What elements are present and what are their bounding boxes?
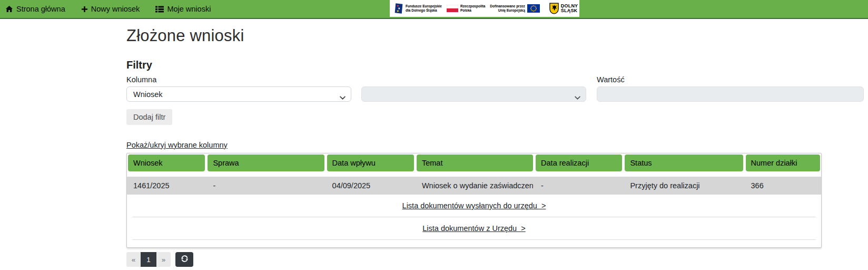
refresh-icon <box>181 255 189 264</box>
pagination-next-button[interactable]: » <box>156 252 171 267</box>
top-navbar: Strona główna Nowy wniosek Moje wnioski <box>0 0 868 19</box>
eu-logo-text: Dofinansowane przez <box>490 4 525 8</box>
filter-row: Kolumna Wniosek Wartość <box>126 75 864 102</box>
cell-wniosek: 1461/2025 <box>128 181 205 190</box>
pagination-prev-button[interactable]: « <box>126 252 141 267</box>
cell-data-realizacji: - <box>536 181 622 190</box>
nav-item-my-applications[interactable]: Moje wnioski <box>155 5 211 13</box>
home-icon <box>5 5 13 13</box>
value-input <box>597 86 864 102</box>
filters-heading: Filtry <box>126 59 868 71</box>
table-row[interactable]: 1461/2025 - 04/09/2025 Wniosek o wydanie… <box>127 177 821 195</box>
cell-status: Przyjęty do realizacji <box>625 181 743 190</box>
cell-data-wplywu: 04/09/2025 <box>327 181 414 190</box>
logo-fundusze-europejskie: Fundusze Europejskie dla Dolnego Śląska <box>394 2 442 15</box>
column-header-numer-dzialki[interactable]: Numer działki <box>746 155 820 171</box>
value-label: Wartość <box>597 75 864 84</box>
chevron-down-icon <box>340 93 346 101</box>
plus-icon <box>81 6 88 13</box>
dolny-slask-eagle-icon <box>549 3 559 14</box>
column-header-data-realizacji[interactable]: Data realizacji <box>536 155 622 171</box>
column-select[interactable]: Wniosek <box>126 86 351 102</box>
logo-dolny-slask: DOLNY ŚLĄSK <box>549 3 578 14</box>
column-select-value: Wniosek <box>133 90 163 99</box>
logo-rzeczpospolita-polska: Rzeczpospolita Polska <box>447 4 485 13</box>
row-divider <box>132 239 816 240</box>
applications-table: Wniosek Sprawa Data wpływu Temat Data re… <box>126 153 822 248</box>
column-header-wniosek[interactable]: Wniosek <box>128 155 205 171</box>
refresh-button[interactable] <box>175 252 193 267</box>
nav-item-home[interactable]: Strona główna <box>5 5 65 13</box>
column-header-temat[interactable]: Temat <box>417 155 533 171</box>
table-header-row: Wniosek Sprawa Data wpływu Temat Data re… <box>127 153 821 172</box>
cell-temat: Wniosek o wydanie zaświadczenia o ... <box>417 181 533 190</box>
fe-flag-icon <box>394 2 403 15</box>
toggle-columns-link[interactable]: Pokaż/ukryj wybrane kolumny <box>126 141 228 149</box>
page-title: Złożone wnioski <box>126 26 868 45</box>
office-documents-link[interactable]: Lista dokumentów z Urzędu > <box>422 224 525 233</box>
operator-select-disabled <box>361 86 586 102</box>
sent-documents-link[interactable]: Lista dokumentów wysłanych do urzędu > <box>402 201 546 210</box>
main-content: Złożone wnioski Filtry Kolumna Wniosek W… <box>0 26 868 267</box>
nav-item-label: Nowy wniosek <box>91 5 140 13</box>
funding-logos-banner: Fundusze Europejskie dla Dolnego Śląska … <box>390 0 579 17</box>
list-icon <box>155 6 164 13</box>
nav-item-new-application[interactable]: Nowy wniosek <box>81 5 140 13</box>
add-filter-button[interactable]: Dodaj filtr <box>126 109 172 125</box>
column-label: Kolumna <box>126 75 351 84</box>
cell-numer-dzialki: 366 <box>746 181 820 190</box>
pl-logo-text: Rzeczpospolita <box>460 4 485 8</box>
fe-logo-text: Fundusze Europejskie <box>406 4 442 8</box>
pagination-page-1-button[interactable]: 1 <box>141 252 156 267</box>
chevron-down-icon <box>575 93 580 101</box>
eu-flag-icon <box>527 4 540 13</box>
logo-unia-europejska: Dofinansowane przez Unię Europejską <box>490 4 539 13</box>
cell-sprawa: - <box>208 181 324 190</box>
column-header-sprawa[interactable]: Sprawa <box>208 155 324 171</box>
nav-item-label: Moje wnioski <box>167 5 211 13</box>
column-header-data-wplywu[interactable]: Data wpływu <box>327 155 414 171</box>
pagination: « 1 » <box>126 252 868 267</box>
poland-flag-icon <box>447 5 458 12</box>
nav-item-label: Strona główna <box>16 5 65 13</box>
column-header-status[interactable]: Status <box>625 155 743 171</box>
